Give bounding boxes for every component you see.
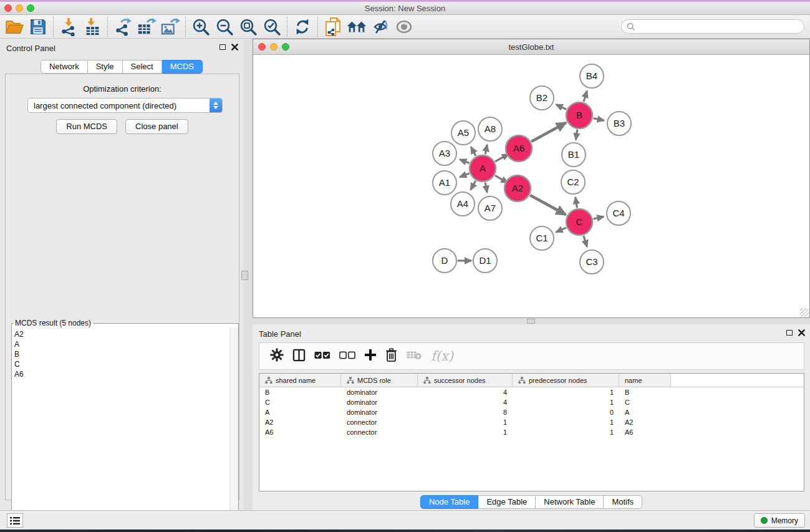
table-cell[interactable]: C [619, 399, 671, 406]
export-table-button[interactable] [135, 16, 158, 37]
table-cell[interactable]: A [259, 409, 341, 416]
copy-network-button[interactable] [321, 16, 345, 37]
vertical-splitter[interactable] [243, 39, 253, 510]
table-cell[interactable]: connector [341, 418, 418, 426]
table-row[interactable]: A6connector11A6 [259, 427, 804, 437]
tab-mcds[interactable]: MCDS [162, 60, 203, 74]
splitter-handle[interactable] [241, 271, 248, 280]
graph-edge-A-A7[interactable] [485, 183, 487, 193]
table-cell[interactable]: 8 [418, 409, 513, 416]
table-cell[interactable]: C [259, 399, 341, 406]
table-cell[interactable]: 1 [513, 418, 619, 426]
save-session-button[interactable] [26, 16, 50, 37]
float-panel-icon[interactable] [219, 44, 226, 50]
tab-node-table[interactable]: Node Table [420, 495, 479, 509]
memory-button[interactable]: Memory [754, 513, 805, 528]
open-session-button[interactable] [2, 16, 26, 37]
run-mcds-button[interactable]: Run MCDS [56, 119, 117, 134]
result-item[interactable]: A6 [14, 369, 229, 379]
table-cell[interactable]: B [259, 389, 341, 396]
result-item[interactable]: C [14, 359, 229, 369]
search-input[interactable] [635, 22, 804, 31]
table-cell[interactable]: dominator [341, 389, 418, 396]
graph-edge-A6-B[interactable] [531, 123, 566, 142]
table-row[interactable]: Bdominator41B [259, 387, 804, 397]
graph-node-C3[interactable]: C3 [580, 250, 604, 274]
graph-node-A6[interactable]: A6 [506, 135, 532, 162]
table-cell[interactable]: 1 [418, 418, 513, 426]
splitter-handle[interactable] [527, 319, 535, 324]
export-network-button[interactable] [111, 16, 135, 37]
graph-edge-C-C2[interactable] [576, 197, 577, 208]
column-header-name[interactable]: name [619, 374, 671, 387]
graph-node-A4[interactable]: A4 [451, 192, 475, 216]
columns-button[interactable] [292, 349, 306, 364]
float-panel-icon[interactable] [786, 330, 793, 336]
table-cell[interactable]: dominator [341, 399, 418, 406]
search-box[interactable] [621, 19, 804, 34]
table-cell[interactable]: 4 [418, 399, 513, 406]
graph-node-D[interactable]: D [433, 249, 456, 273]
graph-edge-C-C4[interactable] [593, 216, 604, 219]
table-cell[interactable]: connector [341, 428, 418, 436]
graph-edge-A-A8[interactable] [485, 145, 487, 154]
column-header-shared-name[interactable]: shared name [259, 374, 341, 387]
zoom-selected-button[interactable] [260, 16, 284, 37]
graph-node-A7[interactable]: A7 [478, 196, 502, 220]
graph-node-C[interactable]: C [566, 209, 592, 235]
horizontal-splitter[interactable] [253, 318, 810, 324]
criterion-dropdown[interactable]: largest connected component (directed) [27, 98, 223, 113]
zoom-in-button[interactable] [189, 16, 213, 37]
table-cell[interactable]: A6 [259, 428, 341, 436]
eye-button[interactable] [392, 16, 416, 37]
graph-node-B2[interactable]: B2 [530, 86, 554, 110]
column-header-MCDS-role[interactable]: MCDS role [341, 374, 418, 387]
table-cell[interactable]: 1 [513, 428, 619, 436]
zoom-fit-button[interactable] [236, 16, 260, 37]
result-item[interactable]: A [14, 339, 229, 349]
result-item[interactable]: B [14, 349, 229, 359]
graph-node-A3[interactable]: A3 [433, 142, 456, 165]
zoom-out-button[interactable] [213, 16, 236, 37]
table-cell[interactable]: 4 [418, 389, 513, 396]
tab-select[interactable]: Select [123, 60, 162, 74]
graph-edge-C-C1[interactable] [556, 228, 566, 232]
table-cell[interactable]: A [619, 409, 671, 416]
delete-table-button[interactable] [406, 350, 422, 362]
network-minimize-button[interactable] [270, 43, 277, 51]
result-scrollbar[interactable] [229, 327, 238, 530]
close-panel-icon[interactable] [798, 329, 805, 336]
table-cell[interactable]: 1 [513, 399, 619, 406]
graph-edge-A-A5[interactable] [471, 147, 476, 156]
close-panel-icon[interactable] [231, 44, 238, 51]
tab-edge-table[interactable]: Edge Table [478, 495, 536, 509]
task-history-button[interactable] [7, 513, 23, 528]
delete-column-button[interactable] [385, 348, 397, 364]
function-builder-button[interactable]: f(x) [431, 349, 453, 364]
graph-node-A1[interactable]: A1 [433, 171, 456, 195]
graph-node-B[interactable]: B [566, 102, 592, 128]
export-image-button[interactable] [158, 16, 182, 37]
result-item[interactable]: A2 [14, 329, 229, 339]
table-cell[interactable]: A2 [259, 418, 341, 426]
graph-edge-C-C3[interactable] [584, 236, 587, 247]
graph-node-A2[interactable]: A2 [504, 175, 531, 201]
graph-edge-B-B2[interactable] [556, 105, 566, 110]
table-cell[interactable]: 1 [513, 389, 619, 396]
network-close-button[interactable] [258, 43, 266, 51]
graph-edge-A-A4[interactable] [471, 181, 476, 190]
deselect-all-button[interactable] [339, 351, 355, 362]
table-cell[interactable]: 1 [418, 428, 513, 436]
minimize-window-button[interactable] [16, 4, 23, 12]
table-cell[interactable]: A6 [619, 428, 671, 436]
import-table-button[interactable] [80, 16, 104, 37]
refresh-button[interactable] [291, 16, 314, 37]
graph-node-D1[interactable]: D1 [473, 249, 497, 273]
toggle-visibility-button[interactable] [369, 16, 392, 37]
graph-node-B3[interactable]: B3 [607, 112, 631, 135]
graph-node-B4[interactable]: B4 [580, 64, 604, 88]
table-row[interactable]: A2connector11A2 [259, 417, 804, 427]
graph-node-C2[interactable]: C2 [561, 170, 585, 194]
graph-edge-B-B3[interactable] [594, 118, 604, 120]
import-network-button[interactable] [57, 16, 80, 37]
